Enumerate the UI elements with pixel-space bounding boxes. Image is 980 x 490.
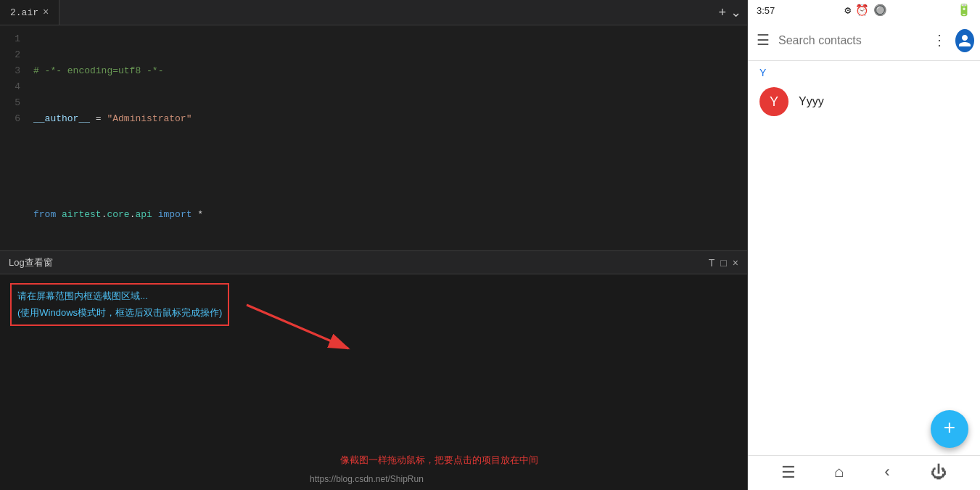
log-instruction-box: 请在屏幕范围内框选截图区域... (使用Windows模式时，框选后双击鼠标完成… bbox=[10, 283, 229, 326]
chevron-button[interactable]: ⌄ bbox=[730, 6, 741, 19]
editor-area: 2.air × + ⌄ 1 2 3 4 5 6 # -*- encoding=u… bbox=[0, 0, 747, 250]
log-minimize-button[interactable]: □ bbox=[720, 257, 726, 269]
fab-plus-icon: + bbox=[944, 419, 956, 439]
log-instruction-text: 请在屏幕范围内框选截图区域... (使用Windows模式时，框选后双击鼠标完成… bbox=[17, 287, 222, 322]
contacts-header: ☰ ⋮ bbox=[748, 20, 980, 61]
phone-icons: ⚙ ⏰ 🔘 bbox=[844, 4, 887, 17]
contact-avatar: Y bbox=[759, 87, 788, 116]
fab-button[interactable]: + bbox=[931, 410, 968, 448]
tab-bar: 2.air × + ⌄ bbox=[0, 0, 747, 25]
person-svg bbox=[958, 33, 972, 48]
more-options-icon[interactable]: ⋮ bbox=[929, 28, 950, 52]
phone-nav-bar: ☰ ⌂ ‹ ⏻ bbox=[748, 455, 980, 490]
code-line-2: __author__ = "Administrator" bbox=[33, 111, 747, 127]
line-num: 1 bbox=[0, 31, 20, 47]
line-num: 5 bbox=[0, 95, 20, 111]
code-body: 1 2 3 4 5 6 # -*- encoding=utf8 -*- __au… bbox=[0, 25, 747, 250]
instruction-line1: 请在屏幕范围内框选截图区域... bbox=[17, 290, 148, 301]
code-content: # -*- encoding=utf8 -*- __author__ = "Ad… bbox=[28, 25, 747, 250]
instruction-line2: (使用Windows模式时，框选后双击鼠标完成操作) bbox=[17, 307, 222, 318]
search-contacts-input[interactable] bbox=[778, 34, 923, 47]
line-num: 4 bbox=[0, 79, 20, 95]
nav-power-icon[interactable]: ⏻ bbox=[931, 463, 947, 483]
toolbar-right: + ⌄ bbox=[718, 6, 747, 19]
bottom-annotation: 像截图一样拖动鼠标，把要点击的项目放在中间 bbox=[145, 454, 733, 467]
log-controls: T □ × bbox=[709, 257, 738, 269]
add-button[interactable]: + bbox=[718, 6, 726, 19]
code-line-1: # -*- encoding=utf8 -*- bbox=[33, 63, 747, 79]
log-close-button[interactable]: × bbox=[733, 257, 738, 269]
signal-icon: 🔘 bbox=[873, 4, 887, 17]
contacts-list: Y Y Yyyy bbox=[748, 61, 980, 455]
alarm-icon: ⏰ bbox=[855, 4, 869, 17]
csdn-link[interactable]: https://blog.csdn.net/ShipRun bbox=[0, 474, 733, 484]
editor-tab[interactable]: 2.air × bbox=[0, 0, 59, 25]
code-line-3 bbox=[33, 159, 747, 175]
line-num: 2 bbox=[0, 47, 20, 63]
hamburger-menu-icon[interactable]: ☰ bbox=[754, 28, 773, 52]
nav-back-icon[interactable]: ‹ bbox=[882, 464, 892, 482]
line-num: 3 bbox=[0, 63, 20, 79]
code-line-4: from airtest.core.api import * bbox=[33, 207, 747, 223]
phone-status-bar: 3:57 ⚙ ⏰ 🔘 🔋 bbox=[748, 0, 980, 20]
contact-name: Yyyy bbox=[799, 95, 824, 108]
log-body: 请在屏幕范围内框选截图区域... (使用Windows模式时，框选后双击鼠标完成… bbox=[0, 274, 747, 335]
contacts-section-y: Y bbox=[748, 61, 980, 81]
settings-icon: ⚙ bbox=[844, 4, 851, 17]
tab-name: 2.air bbox=[10, 7, 38, 18]
contact-item[interactable]: Y Yyyy bbox=[748, 81, 980, 122]
phone-battery: 🔋 bbox=[957, 3, 971, 17]
log-filter-button[interactable]: T bbox=[709, 257, 715, 269]
tab-close-icon[interactable]: × bbox=[43, 7, 49, 18]
line-numbers: 1 2 3 4 5 6 bbox=[0, 25, 28, 250]
phone-panel: 3:57 ⚙ ⏰ 🔘 🔋 ☰ ⋮ Y Y Yyyy + bbox=[747, 0, 980, 490]
nav-menu-icon[interactable]: ☰ bbox=[781, 463, 796, 483]
phone-time: 3:57 bbox=[757, 5, 775, 16]
log-title: Log查看窗 bbox=[9, 256, 53, 269]
line-num: 6 bbox=[0, 111, 20, 127]
account-icon[interactable] bbox=[955, 29, 974, 52]
nav-home-icon[interactable]: ⌂ bbox=[834, 464, 844, 482]
bottom-annotation-text: 像截图一样拖动鼠标，把要点击的项目放在中间 bbox=[340, 454, 538, 465]
log-header: Log查看窗 T □ × bbox=[0, 251, 747, 274]
